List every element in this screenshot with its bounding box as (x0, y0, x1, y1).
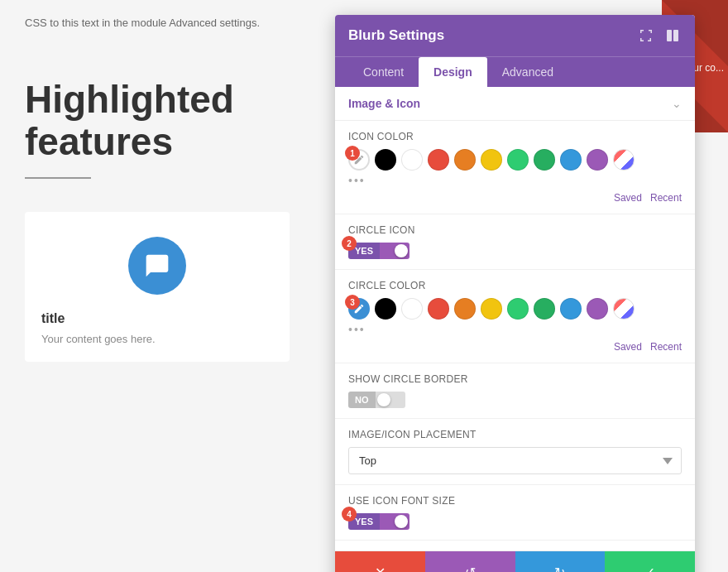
redo-button[interactable]: ↻ (515, 551, 606, 572)
cancel-button[interactable]: ✕ (335, 551, 425, 572)
color-red[interactable] (428, 149, 449, 171)
fullscreen-icon[interactable] (637, 26, 655, 45)
color-green[interactable] (507, 149, 529, 171)
icon-color-saved-recent: Saved Recent (348, 192, 682, 204)
color-yellow[interactable] (481, 149, 502, 171)
circle-icon-knob (395, 244, 408, 257)
icon-color-custom-btn[interactable]: 1 (348, 149, 370, 171)
icon-color-dots: ••• (348, 174, 682, 187)
circle-color-saved-recent: Saved Recent (348, 341, 682, 353)
circle-border-knob (377, 393, 390, 406)
color-orange[interactable] (454, 149, 476, 171)
icon-font-size-row: Icon Font Size 5 ↺ (335, 541, 695, 550)
modal-title: Blurb Settings (348, 27, 444, 44)
card-desc: Your content goes here. (41, 333, 273, 345)
color-darkgreen[interactable] (534, 149, 555, 171)
circle-border-no-label: NO (348, 392, 376, 408)
badge-3: 3 (345, 295, 360, 310)
page-text: CSS to this text in the module Advanced … (25, 17, 306, 29)
cc-green[interactable] (507, 298, 529, 320)
tab-advanced[interactable]: Advanced (487, 57, 568, 87)
circle-color-custom-btn[interactable]: 3 (348, 298, 370, 320)
blurb-settings-modal: Blurb Settings Content Design Advanced I… (335, 15, 695, 572)
show-circle-border-row: Show Circle Border NO (335, 363, 695, 419)
modal-body: Image & Icon ⌄ Icon Color 1 (335, 87, 695, 550)
show-circle-border-label: Show Circle Border (348, 373, 682, 385)
card-icon-circle (128, 237, 186, 295)
color-purple[interactable] (587, 149, 608, 171)
cc-purple[interactable] (587, 298, 608, 320)
circle-color-row: Circle Color 3 ••• Saved Rec (335, 270, 695, 363)
modal-header-icons (637, 26, 682, 45)
placement-select[interactable]: Top Left Right (348, 447, 682, 474)
title-divider (25, 177, 91, 179)
cc-darkgreen[interactable] (534, 298, 555, 320)
cc-red[interactable] (428, 298, 449, 320)
icon-color-label: Icon Color (348, 131, 682, 142)
color-black[interactable] (375, 149, 396, 171)
split-icon[interactable] (663, 26, 682, 45)
use-icon-font-size-row: Use Icon Font Size 4 YES (335, 485, 695, 541)
cc-white[interactable] (401, 298, 423, 320)
use-icon-font-size-toggle[interactable]: 4 YES (348, 513, 410, 530)
section-title: Image & Icon (348, 97, 420, 110)
content-card: title Your content goes here. (25, 212, 290, 362)
use-icon-font-switch[interactable] (380, 513, 410, 530)
badge-4: 4 (342, 507, 357, 522)
circle-color-dots: ••• (348, 323, 682, 336)
icon-color-recent[interactable]: Recent (650, 192, 682, 204)
icon-color-saved[interactable]: Saved (614, 192, 642, 204)
tab-design[interactable]: Design (419, 57, 487, 87)
badge-2: 2 (342, 236, 357, 251)
card-title: title (41, 311, 273, 326)
color-blue[interactable] (560, 149, 582, 171)
icon-color-row: Icon Color 1 ••• Saved Recen (335, 121, 695, 214)
highlighted-title: Highlighted features (25, 79, 306, 162)
chat-icon (144, 252, 170, 279)
placement-row: Image/Icon Placement Top Left Right (335, 419, 695, 485)
circle-color-recent[interactable]: Recent (650, 341, 682, 353)
icon-color-swatches: 1 (348, 149, 682, 171)
use-icon-font-size-label: Use Icon Font Size (348, 495, 682, 507)
show-circle-border-toggle[interactable]: NO (348, 392, 682, 408)
cc-yellow[interactable] (481, 298, 502, 320)
cc-gradient-swatch[interactable] (613, 298, 635, 320)
tab-content[interactable]: Content (348, 57, 419, 87)
circle-icon-toggle[interactable]: 2 YES (348, 243, 410, 259)
save-button[interactable]: ✓ (605, 551, 695, 572)
placement-label: Image/Icon Placement (348, 429, 682, 440)
svg-rect-3 (667, 30, 672, 41)
undo-button[interactable]: ↺ (425, 551, 515, 572)
circle-icon-row: Circle Icon 2 YES (335, 214, 695, 270)
use-icon-font-knob (395, 515, 408, 528)
page-content: CSS to this text in the module Advanced … (0, 0, 331, 572)
color-gradient-swatch[interactable] (613, 149, 635, 171)
modal-tabs: Content Design Advanced (335, 56, 695, 87)
color-white[interactable] (401, 149, 423, 171)
cc-black[interactable] (375, 298, 396, 320)
circle-color-saved[interactable]: Saved (614, 341, 642, 353)
cc-orange[interactable] (454, 298, 476, 320)
circle-icon-switch[interactable] (380, 243, 410, 259)
circle-color-label: Circle Color (348, 280, 682, 291)
circle-color-swatches: 3 (348, 298, 682, 320)
circle-border-switch[interactable] (376, 392, 405, 408)
modal-footer: ✕ ↺ ↻ ✓ (335, 550, 695, 572)
svg-rect-4 (673, 30, 678, 41)
circle-icon-label: Circle Icon (348, 224, 682, 236)
section-image-icon: Image & Icon ⌄ (335, 87, 695, 121)
cc-blue[interactable] (560, 298, 582, 320)
modal-header: Blurb Settings (335, 15, 695, 56)
section-collapse-icon[interactable]: ⌄ (672, 97, 682, 110)
badge-1: 1 (345, 146, 360, 161)
